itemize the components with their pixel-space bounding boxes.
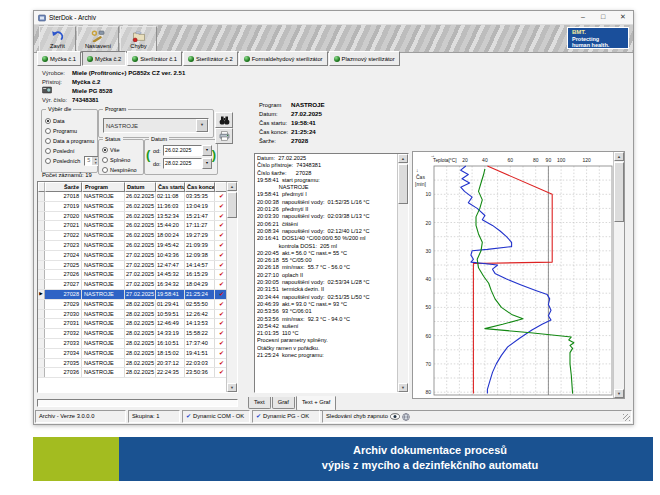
radio-option[interactable]: Splněno [102,155,143,165]
table-row[interactable]: ▶27028NASTROJE27.02.202519:58:4121:25:24… [38,290,237,300]
column-header[interactable]: Datum [125,182,156,192]
close-archive-button[interactable]: Zavřít [39,26,76,52]
table-row[interactable]: 27018NASTROJE26.02.202502:11:0803:35:35✔ [38,192,237,202]
table-row[interactable]: 27034NASTROJE28.02.202518:15:0219:41:51✔ [38,349,237,359]
device-tab-2[interactable]: Sterilizátor č.1 [127,51,182,66]
x-axis-title: Teplota[°C] [433,158,457,163]
table-row[interactable]: 27035NASTROJE28.02.202520:37:1222:03:03✔ [38,359,237,369]
table-row[interactable]: 27023NASTROJE26.02.202519:45:4221:09:39✔ [38,241,237,251]
table-scrollbar[interactable]: ▲ ▼ [226,182,237,392]
errors-button[interactable]: Chyby [120,26,157,52]
row-marker [38,319,45,328]
program-select[interactable]: NASTROJE ▼ [103,118,209,133]
summary-start-value: 19:58:41 [291,119,316,126]
device-tab-0[interactable]: Myčka č.1 [37,51,81,66]
column-header[interactable]: Program [82,182,125,192]
status-ball-icon [188,56,194,62]
date-from-dropdown-icon[interactable]: ▼ [202,145,212,156]
scroll-down-icon[interactable]: ▼ [614,389,624,398]
summary-date-label: Datum: [259,111,291,117]
date-to-input[interactable]: 28.02.2025 [163,158,202,169]
scroll-up-icon[interactable]: ▲ [227,182,237,191]
svg-text:50: 50 [425,304,431,310]
manufacturer-label: Výrobce: [42,70,72,76]
radio-option[interactable]: Data a programu [45,136,97,146]
table-row[interactable]: 27036NASTROJE28.02.202522:24:3523:50:36✔ [38,368,237,378]
titlebar: SterDok - Archiv – □ ✕ [34,11,633,24]
summary-date-value: 27.02.2025 [291,110,322,117]
radio-option[interactable]: Vše [102,145,143,155]
settings-button[interactable]: Nastavení [77,26,119,52]
view-mode-tabs: TextGrafText + Graf [248,397,336,411]
radio-option[interactable]: Nespíněno [102,165,143,175]
radio-option[interactable]: Poslední [45,146,97,156]
table-row[interactable]: 27021NASTROJE26.02.202515:44:2017:11:27✔ [38,221,237,231]
resize-grip[interactable] [623,414,630,421]
table-row[interactable]: 27031NASTROJE28.02.202512:46:4914:13:53✔ [38,319,237,329]
chart-scrollbar[interactable]: ▲ ▼ [613,152,624,398]
svg-text:10: 10 [425,191,431,197]
summary-program-value: NASTROJE [291,101,325,108]
table-row[interactable]: 27022NASTROJE26.02.202518:00:2419:27:29✔ [38,231,237,241]
serial-label: Výr. číslo: [42,97,72,103]
maximize-button[interactable]: □ [593,11,613,24]
table-row[interactable]: 27027NASTROJE27.02.202516:34:3218:04:29✔ [38,280,237,290]
summary-batch-label: Šarže: [259,138,291,144]
close-button[interactable]: ✕ [613,11,633,24]
date-title: Datum [149,136,169,142]
scroll-up-icon[interactable]: ▲ [614,152,624,161]
view-tab-2[interactable]: Text + Graf [296,396,337,411]
scroll-up-icon[interactable]: ▲ [398,154,408,163]
radio-option[interactable]: Posledních5▲▼ [45,156,97,166]
table-row[interactable]: 27033NASTROJE28.02.202516:10:5117:37:40✔ [38,339,237,349]
scrollbar-thumb[interactable] [227,192,237,218]
radio-icon [45,128,51,134]
horizontal-scroll-track[interactable] [37,399,238,407]
device-tab-5[interactable]: Plazmový sterilizátor [329,51,400,66]
minimize-button[interactable]: – [573,11,593,24]
date-to-field: do: 28.02.2025 ▼ [153,158,212,169]
log-scrollbar[interactable]: ▲ ▼ [397,154,408,392]
table-row[interactable]: 27019NASTROJE26.02.202511:36:0313:04:19✔ [38,202,237,212]
log-line: Datum: 27.02.2025 [257,155,397,162]
view-tab-1[interactable]: Graf [272,397,295,409]
washer-icon [42,86,72,95]
serial-value: 74348381 [72,97,99,103]
table-row[interactable]: 27032NASTROJE28.02.202514:33:1915:58:22✔ [38,329,237,339]
printer-icon [219,131,230,141]
date-from-input[interactable]: 26.02.2025 [163,145,202,156]
svg-text:100: 100 [557,157,566,163]
date-next-arrow-icon[interactable]: ) [212,147,216,162]
program-title: Program [103,106,128,112]
device-tab-4[interactable]: Formaldehydový sterilizátor [239,51,328,66]
scroll-down-icon[interactable]: ▼ [398,383,408,392]
view-tab-0[interactable]: Text [248,397,271,409]
column-header[interactable]: Šarže [45,182,82,192]
banner-blue-block: Archiv dokumentace procesů výpis z mycíh… [119,437,653,481]
log-line: 20:46:39 akt.= 93.0 °C nast.= 93 °C [257,301,397,308]
table-row[interactable]: 27026NASTROJE27.02.202514:45:3216:15:29✔ [38,270,237,280]
table-row[interactable]: 27030NASTROJE28.02.202510:59:5112:26:42✔ [38,310,237,320]
device-tab-1[interactable]: Myčka č.2 [82,51,126,66]
table-row[interactable]: 27024NASTROJE27.02.202510:43:3612:09:38✔ [38,251,237,261]
device-tab-3[interactable]: Sterilizátor č.2 [183,51,238,66]
table-row[interactable]: 27029NASTROJE28.02.202501:29:4102:55:50✔ [38,300,237,310]
radio-option[interactable]: Data [45,116,97,126]
column-header[interactable]: Čas konce [185,182,215,192]
log-line: 19:58:41 předmytí I [257,191,397,198]
scroll-down-icon[interactable]: ▼ [227,383,237,392]
scrollbar-thumb[interactable] [614,162,624,222]
column-header[interactable]: Čas startu [156,182,185,192]
search-button[interactable] [215,112,233,128]
log-line: kontrola DOS1: 205 ml [257,243,397,250]
print-button[interactable] [215,128,233,144]
scrollbar-thumb[interactable] [398,164,408,204]
svg-text:80: 80 [533,157,539,163]
log-line: 20:08:34 napouštění vody: 02:12/40 L/12 … [257,228,397,235]
date-to-dropdown-icon[interactable]: ▼ [202,158,212,169]
radio-option[interactable]: Programu [45,126,97,136]
table-row[interactable]: 27025NASTROJE27.02.202512:47:4714:14:57✔ [38,261,237,271]
chevron-down-icon[interactable]: ▼ [196,119,208,132]
date-prev-arrow-icon[interactable]: ( [146,147,150,162]
table-row[interactable]: 27020NASTROJE26.02.202513:52:3415:21:47✔ [38,212,237,222]
